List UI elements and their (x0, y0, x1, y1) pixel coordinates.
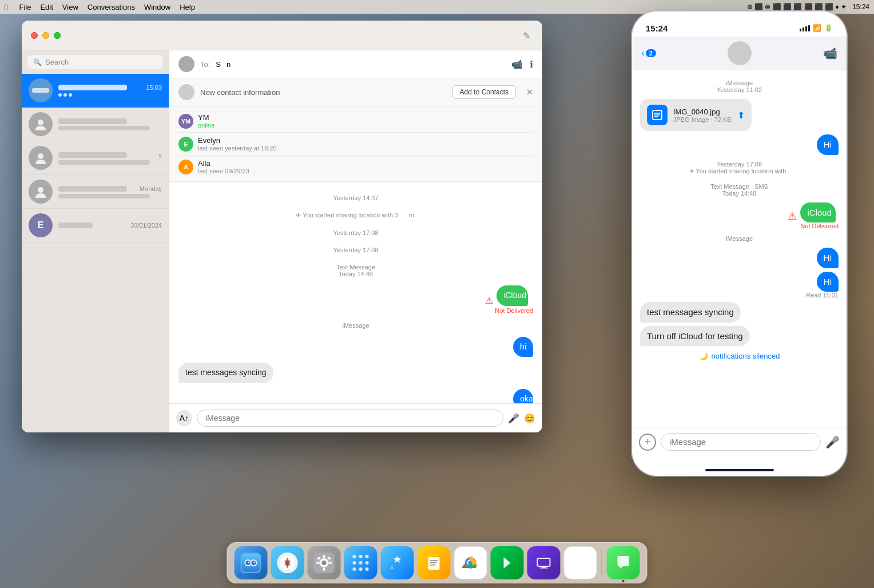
banner-text: New contact information (200, 88, 447, 97)
search-icon: 🔍 (33, 58, 42, 66)
dock-item-copilot[interactable] (491, 546, 524, 579)
not-delivered-label: Not Delivered (800, 223, 839, 229)
svg-rect-22 (323, 567, 325, 571)
conv-time: Monday (140, 185, 162, 192)
close-button[interactable] (31, 32, 38, 39)
member-avatar: A (178, 160, 193, 174)
window-content: 🔍 Search 15:03 (22, 50, 542, 432)
member-status: last seen yesterday at 16:20 (198, 145, 533, 152)
dock-item-appstore[interactable]: A (381, 546, 414, 579)
member-info: Alla last seen 09/29/23 (198, 159, 533, 174)
svg-rect-45 (538, 558, 550, 566)
iphone-messages[interactable]: iMessageYesterday 11:02 IMG_0040.jpg JPE… (632, 70, 847, 428)
svg-text:A: A (391, 565, 394, 570)
contact-avatar[interactable] (728, 41, 752, 65)
svg-point-35 (366, 567, 369, 571)
add-to-contacts-button[interactable]: Add to Contacts (452, 85, 516, 99)
message-input[interactable] (661, 433, 821, 451)
dock-item-finder[interactable] (235, 546, 268, 579)
menu-edit[interactable]: Edit (40, 3, 53, 11)
dock-item-notes[interactable] (418, 546, 451, 579)
maximize-button[interactable] (54, 32, 61, 39)
emoji-icon[interactable]: 😊 (524, 413, 535, 424)
file-name: IMG_0040.jpg (673, 108, 732, 116)
iphone-statusbar: 15:24 📶 🔋 (632, 11, 847, 37)
svg-point-30 (353, 561, 356, 565)
conv-avatar (29, 112, 53, 136)
system-message: Text Message · SMSToday 14:48 (640, 183, 839, 197)
home-bar (705, 469, 774, 471)
dock-item-settings[interactable] (308, 546, 341, 579)
compose-button[interactable]: ✎ (523, 30, 533, 41)
menu-conversations[interactable]: Conversations (88, 3, 135, 11)
conversation-item[interactable]: 15:03 (22, 74, 169, 108)
message-row: Hi Read 15:01 (640, 272, 839, 299)
conv-preview (58, 194, 150, 198)
message-bubble: iCloud (800, 202, 836, 223)
menu-file[interactable]: File (19, 3, 31, 11)
dock-item-messages[interactable] (607, 546, 640, 579)
member-name: YM (198, 113, 533, 122)
typing-dot (58, 93, 62, 97)
conv-avatar (29, 180, 53, 204)
system-message: iMessageYesterday 11:02 (640, 80, 839, 93)
video-call-icon[interactable]: 📹 (511, 59, 523, 70)
plus-button[interactable]: + (639, 434, 656, 451)
back-button[interactable]: ‹ 2 (641, 47, 656, 59)
battery-icon: 🔋 (824, 24, 833, 32)
message-input[interactable] (197, 410, 503, 427)
menu-help[interactable]: Help (180, 3, 195, 11)
back-badge: 2 (646, 49, 656, 57)
member-name: Alla (198, 159, 533, 168)
new-contact-banner: New contact information Add to Contacts … (169, 78, 542, 106)
message-row: ⚠ iCloud Not Delivered (178, 285, 533, 314)
dock-item-launchpad[interactable] (344, 546, 378, 579)
close-banner-button[interactable]: ✕ (526, 88, 533, 97)
video-call-button[interactable]: 📹 (823, 46, 837, 60)
search-placeholder: Search (45, 58, 69, 66)
conv-avatar (29, 78, 53, 102)
dock-item-whitebox[interactable] (564, 546, 597, 579)
conv-time: 15:03 (146, 84, 162, 91)
dock-active-dot (622, 580, 625, 582)
system-message: iMessage (178, 322, 533, 329)
message-bubble: Hi (817, 134, 839, 155)
dock-item-safari[interactable] (271, 546, 304, 579)
system-message: iMessage (640, 235, 839, 242)
conversation-item[interactable] (22, 108, 169, 141)
message-row: Hi (640, 248, 839, 268)
microphone-button[interactable]: 🎤 (825, 435, 840, 449)
svg-point-10 (253, 562, 255, 563)
svg-rect-40 (430, 565, 436, 566)
svg-point-29 (366, 555, 369, 558)
conversation-item[interactable]: Monday (22, 175, 169, 209)
info-icon[interactable]: ℹ (530, 59, 533, 70)
apple-menu[interactable]:  (5, 2, 7, 12)
message-row: test messages syncing (640, 302, 839, 323)
share-button[interactable]: ⬆ (737, 110, 745, 121)
minimize-button[interactable] (42, 32, 49, 39)
ai-button[interactable]: A↑ (176, 410, 192, 426)
conv-preview (58, 126, 150, 130)
file-icon (647, 105, 668, 125)
dock-item-chrome[interactable] (454, 546, 487, 579)
svg-point-31 (359, 561, 363, 565)
message-bubble: test messages syncing (178, 363, 273, 383)
menu-view[interactable]: View (62, 3, 78, 11)
typing-dot (69, 93, 72, 97)
svg-point-32 (366, 561, 369, 565)
system-message: Yesterday 17:08 (178, 229, 533, 236)
conversation-item[interactable]: E 30/01/2024 (22, 209, 169, 243)
menu-window[interactable]: Window (144, 3, 170, 11)
svg-point-28 (359, 555, 363, 558)
iphone-input-area: + 🎤 (632, 428, 847, 464)
conversation-item[interactable]: y (22, 141, 169, 175)
conv-name (58, 118, 127, 124)
search-bar[interactable]: 🔍 Search (27, 55, 163, 69)
svg-point-1 (38, 153, 43, 159)
message-row: ⚠ iCloud Not Delivered (640, 202, 839, 230)
dock-item-screen[interactable] (527, 546, 561, 579)
notifications-silenced: 🌙 notifications silenced (640, 349, 839, 363)
message-bubble: iCloud (496, 285, 527, 306)
voice-icon[interactable]: 🎤 (508, 413, 519, 424)
